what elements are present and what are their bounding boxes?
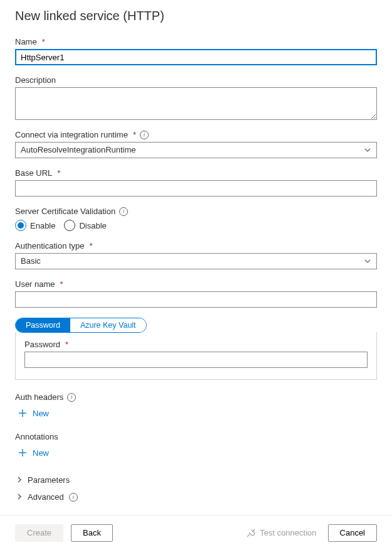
annotations-label: Annotations (15, 432, 377, 441)
back-button[interactable]: Back (71, 524, 113, 542)
servercert-label: Server Certificate Validation i (15, 207, 377, 216)
username-label: User name* (15, 279, 377, 289)
username-input[interactable] (15, 291, 377, 308)
required-marker: * (60, 279, 63, 289)
info-icon[interactable]: i (140, 131, 149, 139)
description-textarea[interactable] (15, 87, 377, 120)
required-marker: * (90, 241, 93, 251)
authtype-select[interactable]: Basic (15, 253, 377, 269)
name-input[interactable] (15, 49, 377, 65)
chevron-right-icon (16, 492, 23, 502)
required-marker: * (65, 340, 68, 349)
test-connection-button: Test connection (242, 528, 320, 538)
create-button: Create (15, 524, 63, 542)
section-advanced[interactable]: Advanced i (16, 488, 377, 505)
password-label: Password* (24, 340, 368, 349)
authheaders-label: Auth headers i (15, 392, 377, 402)
chevron-down-icon (364, 146, 371, 154)
baseurl-input[interactable] (15, 180, 377, 197)
password-source-tabs: Password Azure Key Vault (15, 318, 147, 333)
info-icon[interactable]: i (119, 207, 128, 216)
tab-akv[interactable]: Azure Key Vault (70, 318, 146, 332)
name-label: Name* (15, 37, 377, 46)
panel-title: New linked service (HTTP) (15, 9, 377, 23)
add-auth-header[interactable]: New (15, 404, 377, 419)
runtime-select[interactable]: AutoResolveIntegrationRuntime (15, 142, 377, 158)
required-marker: * (133, 130, 136, 139)
description-label: Description (15, 75, 377, 85)
required-marker: * (57, 168, 60, 178)
plus-icon (18, 408, 28, 418)
authtype-label: Authentication type* (15, 241, 377, 251)
required-marker: * (42, 37, 45, 46)
tab-password[interactable]: Password (16, 318, 70, 332)
radio-disable[interactable]: Disable (64, 220, 106, 231)
runtime-label: Connect via integration runtime* i (15, 130, 377, 139)
info-icon[interactable]: i (69, 493, 78, 502)
cancel-button[interactable]: Cancel (328, 524, 377, 542)
add-annotation[interactable]: New (15, 444, 377, 459)
radio-enable[interactable]: Enable (15, 220, 55, 231)
plus-icon (18, 448, 28, 458)
baseurl-label: Base URL* (15, 168, 377, 178)
chevron-down-icon (364, 257, 371, 265)
password-input[interactable] (24, 352, 368, 368)
chevron-right-icon (16, 475, 23, 485)
section-parameters[interactable]: Parameters (16, 472, 377, 488)
plug-icon (246, 528, 256, 538)
footer: Create Back Test connection Cancel (0, 515, 392, 550)
info-icon[interactable]: i (67, 393, 76, 402)
